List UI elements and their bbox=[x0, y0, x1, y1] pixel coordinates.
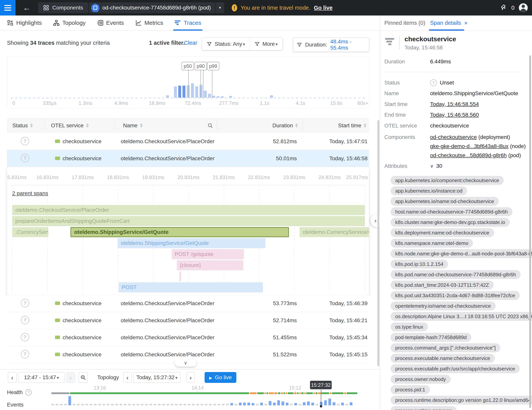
attribute-chip[interactable]: app.kubernetes.io/name:od-checkoutservic… bbox=[390, 197, 499, 206]
tab-traces[interactable]: Traces bbox=[174, 16, 201, 30]
scroll-down-button[interactable] bbox=[175, 359, 196, 367]
attribute-chip[interactable]: process.command_args:["./checkoutservice… bbox=[390, 343, 500, 352]
hamburger-menu-button[interactable] bbox=[0, 0, 16, 16]
go-live-link[interactable]: Go live bbox=[314, 5, 333, 11]
entity-selector[interactable]: od-checkoutservice-77458d689d-g8r6h (pod… bbox=[89, 2, 224, 13]
attribute-chip[interactable]: os.description:Alpine Linux 3....t 18 03… bbox=[390, 312, 532, 321]
start-time-value[interactable]: Today, 15:46:58.554 bbox=[430, 101, 479, 107]
pin-count: 0 bbox=[511, 4, 514, 11]
health-help-icon[interactable] bbox=[25, 389, 32, 395]
more-filters-button[interactable]: More bbox=[250, 38, 283, 50]
sort-name[interactable] bbox=[140, 124, 142, 127]
tab-topology[interactable]: Topology bbox=[53, 16, 86, 30]
span-bar[interactable]: oteldemo.CurrencyService/Co bbox=[300, 227, 369, 237]
component-pod-link[interactable]: od-checkoutse...58d689d-g8r6h bbox=[430, 152, 507, 159]
trace-row[interactable]: checkoutserviceoteldemo.CheckoutService/… bbox=[7, 133, 369, 150]
attribute-chip[interactable]: app.kubernetes.io/instance:od bbox=[390, 186, 467, 195]
time-marker-tooltip: 15:27:32 bbox=[310, 381, 332, 389]
span-bar[interactable]: POST bbox=[119, 282, 263, 292]
attribute-chip[interactable]: process.runtime.name:go bbox=[390, 406, 457, 410]
search-icon[interactable] bbox=[207, 123, 213, 128]
tab-highlights[interactable]: Highlights bbox=[7, 16, 42, 30]
attribute-chip[interactable]: os.type:linux bbox=[390, 322, 428, 331]
sort-start-time[interactable] bbox=[364, 124, 366, 127]
attribute-chip[interactable]: process.executable.name:checkoutservice bbox=[390, 354, 495, 363]
status-filter-button[interactable]: Status: Any bbox=[202, 38, 250, 50]
span-bar[interactable]: .CurrencyServ... bbox=[12, 227, 48, 237]
span-bar[interactable]: oteldemo.CheckoutService/PlaceOrder bbox=[12, 205, 365, 215]
time-prev-button[interactable] bbox=[123, 372, 132, 383]
ruler-label: 20.831ms bbox=[178, 174, 200, 180]
pin-icon[interactable] bbox=[500, 4, 507, 12]
duration-filter[interactable]: Duration: 48.4ms - 55.4ms bbox=[293, 38, 369, 52]
percentile-label[interactable]: p50 bbox=[181, 62, 194, 70]
time-range-dropdown[interactable]: 12:47 - 15:47 bbox=[18, 372, 65, 383]
attribute-chip[interactable]: k8s.cluster.name:gke-demo-dev.gcp.stacks… bbox=[390, 218, 510, 227]
trace-row[interactable]: checkoutserviceoteldemo.CheckoutService/… bbox=[7, 150, 369, 167]
entity-selector-label: od-checkoutservice-77458d689d-g8r6h (pod… bbox=[102, 5, 211, 11]
zoom-out-button[interactable] bbox=[79, 372, 87, 383]
attribute-chip[interactable]: process.pid:1 bbox=[390, 385, 430, 394]
component-node-link[interactable]: gke-gke-demo-d...3bf643a8-i8ux bbox=[430, 143, 509, 149]
close-icon[interactable] bbox=[464, 20, 468, 26]
attribute-chip[interactable]: pod-template-hash:77458d689d bbox=[390, 333, 471, 342]
attribute-chip[interactable]: host.name:od-checkoutservice-77458d689d-… bbox=[390, 207, 513, 216]
attribute-chip[interactable]: k8s.pod.ip:10.1.2.154 bbox=[390, 260, 448, 268]
chevron-down-icon[interactable] bbox=[215, 5, 224, 10]
span-bar[interactable]: POST /getquote bbox=[172, 249, 244, 259]
time-next-button[interactable] bbox=[186, 372, 195, 383]
tab-events[interactable]: Events bbox=[97, 16, 124, 30]
ruler-label: 17.831ms bbox=[72, 174, 94, 180]
attribute-chip[interactable]: k8s.node.name:gke-gke-demo-d...ault-node… bbox=[390, 249, 532, 258]
sort-status[interactable] bbox=[30, 124, 33, 127]
attribute-chip[interactable]: process.runtime.description:go version g… bbox=[390, 396, 532, 405]
event-bar bbox=[282, 401, 284, 405]
tab-pinned-items[interactable]: Pinned items (0) bbox=[384, 20, 425, 26]
tab-span-details[interactable]: Span details bbox=[430, 20, 461, 26]
panel-scrollbar[interactable] bbox=[529, 55, 531, 408]
span-bar-selected[interactable]: oteldemo.ShippingService/GetQuote bbox=[71, 227, 289, 237]
go-live-button[interactable]: Go live bbox=[205, 372, 236, 383]
attribute-chip[interactable]: opentelemetry.io/name:od-checkoutservice bbox=[390, 302, 495, 310]
service-color-swatch bbox=[55, 353, 60, 356]
main-scrollbar[interactable] bbox=[377, 120, 379, 366]
avatar[interactable] bbox=[519, 3, 528, 12]
attribute-chip[interactable]: process.owner:nobody bbox=[390, 375, 451, 384]
percentile-label[interactable]: p99 bbox=[207, 62, 219, 70]
event-dash bbox=[141, 404, 143, 405]
span-bar[interactable]: oteldemo.ShippingService/GetQuote bbox=[118, 238, 266, 248]
event-dash bbox=[81, 404, 84, 405]
span-bar[interactable]: {closure} bbox=[177, 260, 243, 270]
attribute-chip[interactable]: app.kubernetes.io/component:checkoutserv… bbox=[390, 176, 504, 185]
attribute-chip[interactable]: k8s.pod.start_time:2024-03-12T11:57:42Z bbox=[390, 281, 494, 289]
span-bar[interactable] bbox=[179, 271, 181, 281]
clear-filters-link[interactable]: Clear bbox=[184, 40, 197, 46]
attribute-chip[interactable]: k8s.pod.uid:3a430351-2cda-4d67-8d88-318f… bbox=[390, 291, 520, 300]
range-next-button[interactable] bbox=[66, 372, 75, 383]
components-button[interactable]: Components bbox=[38, 2, 88, 13]
event-bar bbox=[269, 401, 271, 405]
end-time-value[interactable]: Today, 15:46:58.560 bbox=[430, 112, 479, 118]
timestamp-dropdown[interactable]: Today, 15:27:32 bbox=[133, 372, 180, 383]
parent-spans-link[interactable]: 2 parent spans bbox=[12, 190, 48, 197]
sort-duration[interactable] bbox=[295, 124, 298, 127]
time-marker-line[interactable] bbox=[321, 390, 321, 406]
trace-row[interactable]: checkoutserviceoteldemo.CheckoutService/… bbox=[7, 295, 369, 312]
span-bar[interactable]: prepareOrderItemsAndShippingQuoteFromCar… bbox=[12, 216, 365, 226]
attribute-chip[interactable]: k8s.namespace.name:otel-demo bbox=[390, 239, 473, 248]
attribute-chip[interactable]: process.executable.path:/usr/src/app/che… bbox=[390, 364, 520, 373]
percentile-label[interactable]: p90 bbox=[195, 62, 207, 70]
attribute-chip[interactable]: k8s.deployment.name:od-checkoutservice bbox=[390, 228, 494, 237]
events-label: Events bbox=[7, 402, 24, 408]
back-button[interactable] bbox=[23, 0, 31, 16]
attributes-collapse-icon[interactable] bbox=[430, 163, 434, 169]
trace-row[interactable]: checkoutserviceoteldemo.CheckoutService/… bbox=[7, 312, 369, 329]
sort-otel-service[interactable] bbox=[86, 124, 89, 127]
tab-metrics[interactable]: Metrics bbox=[135, 16, 163, 30]
trace-row[interactable]: checkoutserviceoteldemo.CheckoutService/… bbox=[7, 329, 369, 346]
range-prev-button[interactable] bbox=[8, 372, 17, 383]
component-deployment-link[interactable]: od-checkoutservice bbox=[430, 134, 477, 140]
attribute-chip[interactable]: k8s.pod.name:od-checkoutservice-77458d68… bbox=[390, 270, 521, 279]
health-timeline[interactable] bbox=[51, 392, 357, 394]
timeline-tick bbox=[198, 391, 198, 393]
